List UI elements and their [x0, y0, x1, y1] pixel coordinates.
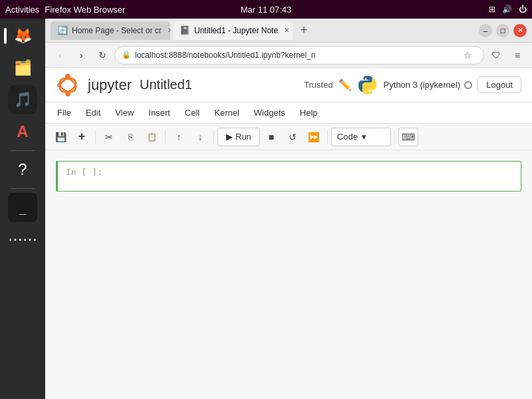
window-controls: – □ ✕: [479, 24, 527, 37]
minimize-button[interactable]: –: [479, 24, 492, 37]
stop-button[interactable]: ■: [261, 128, 281, 146]
datetime-label: Mar 11 07:43: [241, 5, 292, 15]
forward-button[interactable]: ›: [72, 46, 90, 65]
sidebar: 🦊 🗂️ 🎵 A ? _ ⋯⋯: [0, 19, 45, 399]
menu-file[interactable]: File: [51, 105, 78, 120]
sidebar-divider: [11, 150, 35, 151]
terminal-icon: _: [19, 201, 27, 215]
files-icon: 🗂️: [14, 59, 32, 76]
star-button[interactable]: ☆: [458, 46, 477, 65]
trusted-label: Trusted: [304, 80, 333, 90]
logout-button[interactable]: Logout: [477, 76, 521, 93]
close-button[interactable]: ✕: [513, 24, 527, 37]
sidebar-icon-terminal[interactable]: _: [8, 193, 37, 222]
home-tab-close[interactable]: ✕: [166, 26, 170, 35]
shield-button[interactable]: 🛡: [487, 46, 505, 65]
svg-point-5: [364, 78, 366, 80]
jupyter-logo: [56, 73, 80, 97]
toolbar: 💾 + ✂ ⎘ 📋 ↑ ↓ ▶ Run ■ ↺: [45, 124, 532, 150]
tab-home[interactable]: 🔄 Home Page - Select or cr ✕: [51, 21, 170, 40]
notebook-name[interactable]: Untitled1: [140, 77, 192, 92]
sidebar-icon-help[interactable]: ?: [8, 155, 37, 184]
run-label: Run: [235, 132, 251, 142]
toolbar-sep-5: [394, 130, 395, 144]
new-tab-button[interactable]: +: [295, 22, 313, 39]
toolbar-sep-4: [327, 130, 328, 144]
main-area: 🦊 🗂️ 🎵 A ? _ ⋯⋯ 🔄 Home Page - Sele: [0, 19, 532, 399]
nav-bar: ‹ › ↻ 🔒 localhost:8888/notebooks/Untitle…: [45, 43, 532, 68]
appstore-icon: A: [17, 122, 28, 141]
address-text: localhost:8888/notebooks/Untitled1.ipynb…: [135, 51, 454, 60]
sidebar-icon-files[interactable]: 🗂️: [8, 53, 37, 82]
menu-insert[interactable]: Insert: [142, 105, 177, 120]
jupyter-wordmark: jupyter: [88, 76, 132, 94]
code-cell[interactable]: In [ ]:: [57, 161, 521, 192]
notebook-tab-close[interactable]: ✕: [282, 26, 291, 35]
toolbar-sep-3: [213, 130, 214, 144]
paste-button[interactable]: 📋: [142, 128, 162, 146]
refresh-button[interactable]: ↻: [93, 46, 112, 65]
activities-label[interactable]: Activities: [5, 5, 39, 15]
cell-prompt: In [ ]:: [58, 162, 111, 182]
toolbar-sep-1: [95, 130, 96, 144]
pencil-icon[interactable]: ✏️: [338, 78, 352, 91]
menu-view[interactable]: View: [108, 105, 140, 120]
menu-cell[interactable]: Cell: [178, 105, 206, 120]
maximize-button[interactable]: □: [496, 24, 509, 37]
cell-type-select[interactable]: Code ▾: [331, 128, 391, 146]
cell-type-label: Code: [337, 132, 358, 142]
notebook-tab-label: Untitled1 - Jupyter Note: [194, 26, 278, 35]
home-tab-label: Home Page - Select or cr: [72, 26, 162, 35]
svg-point-4: [57, 75, 78, 94]
jupyter-header: jupyter Untitled1 Trusted ✏️ Python 3 (i…: [45, 68, 532, 102]
kernel-indicator: Python 3 (ipykernel): [384, 80, 473, 90]
address-bar[interactable]: 🔒 localhost:8888/notebooks/Untitled1.ipy…: [114, 46, 484, 65]
volume-icon[interactable]: 🔊: [502, 5, 512, 14]
python-logo-icon: [357, 74, 378, 96]
run-button[interactable]: ▶ Run: [217, 128, 260, 146]
add-cell-button[interactable]: +: [72, 128, 92, 146]
toolbar-sep-2: [165, 130, 166, 144]
svg-point-6: [368, 90, 370, 92]
lock-icon: 🔒: [122, 51, 131, 59]
jupyter-logo-icon: [56, 73, 80, 97]
title-bar: 🔄 Home Page - Select or cr ✕ 📓 Untitled1…: [45, 19, 532, 43]
menu-kernel[interactable]: Kernel: [207, 105, 246, 120]
network-icon[interactable]: ⊞: [489, 5, 495, 14]
sidebar-icon-apps[interactable]: ⋯⋯: [8, 225, 37, 254]
run-icon: ▶: [226, 132, 233, 142]
music-icon: 🎵: [14, 91, 32, 108]
kernel-status-circle: [464, 81, 472, 89]
tab-notebook[interactable]: 📓 Untitled1 - Jupyter Note ✕: [173, 21, 293, 40]
sidebar-divider-2: [11, 188, 35, 189]
menu-help[interactable]: Help: [293, 105, 325, 120]
menu-widgets[interactable]: Widgets: [247, 105, 292, 120]
cell-container: In [ ]:: [56, 161, 521, 192]
move-down-button[interactable]: ↓: [190, 128, 210, 146]
help-icon: ?: [18, 160, 27, 179]
sidebar-icon-music[interactable]: 🎵: [8, 85, 37, 114]
copy-button[interactable]: ⎘: [120, 128, 140, 146]
sidebar-icon-firefox[interactable]: 🦊: [8, 21, 37, 51]
cell-type-chevron: ▾: [362, 132, 366, 142]
move-up-button[interactable]: ↑: [169, 128, 189, 146]
firefox-icon: 🦊: [14, 27, 32, 45]
jupyter-header-right: Trusted ✏️ Python 3 (ipykernel) Logout: [304, 74, 521, 96]
sidebar-icon-appstore[interactable]: A: [8, 117, 37, 146]
restart-run-button[interactable]: ⏩: [304, 128, 324, 146]
menu-bar: File Edit View Insert Cell Kernel Widget…: [45, 102, 532, 124]
browser-window: 🔄 Home Page - Select or cr ✕ 📓 Untitled1…: [45, 19, 532, 399]
cut-button[interactable]: ✂: [99, 128, 119, 146]
save-button[interactable]: 💾: [51, 128, 70, 146]
home-tab-favicon: 🔄: [57, 25, 68, 35]
power-icon[interactable]: ⏻: [519, 5, 527, 14]
kernel-label: Python 3 (ipykernel): [384, 80, 461, 90]
notebook-tab-favicon: 📓: [180, 25, 190, 35]
browser-label: Firefox Web Browser: [45, 5, 125, 15]
menu-edit[interactable]: Edit: [79, 105, 107, 120]
cell-input[interactable]: [111, 162, 521, 191]
back-button[interactable]: ‹: [51, 46, 69, 65]
keyboard-shortcuts-button[interactable]: ⌨: [398, 128, 418, 146]
browser-menu-button[interactable]: ≡: [508, 46, 527, 65]
restart-button[interactable]: ↺: [283, 128, 303, 146]
